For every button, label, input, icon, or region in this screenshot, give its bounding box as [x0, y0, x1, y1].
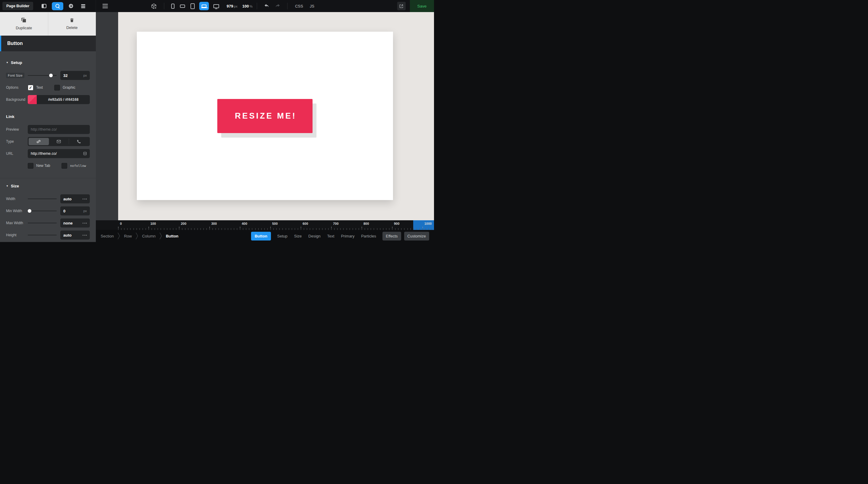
phone-portrait-icon	[171, 4, 175, 9]
width-options-button[interactable]	[83, 199, 87, 199]
section-size-toggle[interactable]: ▼ Size	[6, 184, 90, 188]
new-tab-checkbox[interactable]	[28, 163, 33, 169]
settings-button[interactable]	[66, 2, 76, 10]
height-label: Height	[6, 233, 28, 237]
tab-customize[interactable]: Customize	[404, 232, 429, 240]
link-section-title: Link	[6, 114, 90, 119]
redo-button[interactable]	[275, 3, 281, 9]
min-width-slider[interactable]	[28, 206, 57, 216]
breakpoint-phone-landscape-button[interactable]	[180, 4, 185, 8]
font-size-input[interactable]	[63, 73, 83, 78]
tab-primary[interactable]: Primary	[341, 234, 354, 238]
link-preview-input[interactable]	[28, 125, 90, 134]
breadcrumb-button[interactable]: Button	[166, 234, 179, 238]
min-width-slider-knob[interactable]	[28, 209, 31, 213]
database-icon	[83, 151, 87, 156]
preview-button-element[interactable]: RESIZE ME!	[217, 99, 313, 133]
link-preview-row: Preview	[6, 125, 90, 134]
tab-particles[interactable]: Particles	[361, 234, 376, 238]
width-slider[interactable]	[28, 194, 57, 203]
breakpoint-tablet-button[interactable]	[190, 3, 195, 9]
add-element-button[interactable]	[149, 2, 159, 10]
font-size-slider[interactable]	[28, 71, 57, 80]
tab-effects[interactable]: Effects	[382, 232, 401, 240]
toggle-sidebar-button[interactable]	[39, 2, 49, 10]
max-width-slider[interactable]	[28, 219, 57, 228]
new-tab-group: New Tab	[28, 163, 50, 169]
background-color-value[interactable]: #e92a55 / #f44168	[37, 95, 90, 104]
link-type-url-button[interactable]	[29, 138, 49, 145]
option-graphic-checkbox[interactable]	[54, 85, 60, 90]
open-preview-button[interactable]	[397, 2, 406, 10]
link-type-row: Type	[6, 137, 90, 146]
js-button[interactable]: JS	[310, 4, 314, 8]
templates-button[interactable]	[78, 2, 88, 10]
breadcrumb-row[interactable]: Row	[124, 234, 132, 238]
font-size-row: Font Size px	[6, 71, 90, 80]
height-slider[interactable]	[28, 231, 57, 239]
breakpoint-laptop-button-active[interactable]	[199, 2, 209, 10]
delete-button[interactable]: Delete	[48, 12, 96, 36]
add-element-cube-icon	[151, 3, 157, 9]
max-width-input[interactable]	[63, 221, 83, 225]
breadcrumb-section[interactable]: Section	[101, 234, 114, 238]
link-url-input[interactable]	[28, 149, 90, 158]
min-width-label: Min Width	[6, 209, 28, 213]
tab-setup[interactable]: Setup	[277, 234, 287, 238]
background-label: Background	[6, 97, 28, 102]
ruler-label: 1000	[424, 222, 432, 225]
save-button[interactable]: Save	[410, 0, 434, 12]
max-width-options-button[interactable]	[83, 223, 87, 224]
option-graphic-label: Graphic	[63, 85, 75, 90]
topbar: Page Builder	[0, 0, 434, 12]
link-url-label: URL	[6, 151, 28, 156]
page-preview[interactable]: RESIZE ME!	[118, 12, 434, 220]
search-button[interactable]	[52, 2, 63, 10]
ruler-label: 400	[242, 222, 247, 225]
height-input[interactable]	[63, 233, 83, 237]
option-text-group: ✓ Text	[28, 85, 43, 90]
height-options-button[interactable]	[83, 235, 87, 236]
section-setup-toggle[interactable]: ▼ Setup	[6, 60, 90, 65]
tab-size[interactable]: Size	[294, 234, 302, 238]
delete-label: Delete	[66, 25, 78, 30]
min-width-input[interactable]	[63, 209, 83, 213]
duplicate-button[interactable]: Duplicate	[0, 12, 48, 36]
desktop-monitor-icon	[213, 4, 219, 8]
section-preview-card[interactable]: RESIZE ME!	[137, 32, 393, 200]
phone-icon	[76, 139, 81, 144]
font-size-slider-knob[interactable]	[49, 74, 53, 77]
check-icon: ✓	[29, 85, 32, 90]
link-url-input-wrap	[28, 149, 90, 158]
breakpoint-phone-portrait-button[interactable]	[171, 4, 175, 9]
undo-button[interactable]	[264, 3, 270, 9]
canvas-area: RESIZE ME!	[96, 12, 434, 220]
nofollow-label: nofollow	[70, 164, 86, 168]
viewport-width-unit: px	[234, 4, 238, 8]
divider	[287, 3, 287, 9]
element-actions: Duplicate Delete	[0, 12, 96, 36]
css-button[interactable]: CSS	[295, 4, 303, 8]
width-input[interactable]	[63, 197, 83, 201]
section-setup-title: Setup	[11, 60, 22, 65]
nofollow-checkbox[interactable]	[61, 163, 67, 169]
breakpoint-desktop-button[interactable]	[213, 4, 219, 8]
breadcrumb-column[interactable]: Column	[142, 234, 156, 238]
page-builder-app: Page Builder	[0, 0, 434, 242]
link-type-label: Type	[6, 139, 28, 144]
background-color-swatch[interactable]	[28, 95, 37, 104]
dynamic-content-button[interactable]	[83, 151, 87, 157]
zoom-value: 100	[242, 4, 249, 8]
breadcrumb-separator-icon	[117, 232, 120, 240]
page-builder-button[interactable]: Page Builder	[2, 2, 33, 10]
width-label: Width	[6, 197, 28, 201]
link-type-phone-button[interactable]	[69, 138, 89, 145]
menu-button[interactable]	[102, 4, 108, 8]
link-type-email-button[interactable]	[49, 138, 69, 145]
option-text-checkbox[interactable]: ✓	[28, 85, 33, 90]
tab-text[interactable]: Text	[327, 234, 335, 238]
link-flags-row: New Tab nofollow	[6, 161, 90, 170]
new-tab-label: New Tab	[36, 164, 50, 168]
tab-design[interactable]: Design	[308, 234, 320, 238]
tab-button-active[interactable]: Button	[251, 232, 271, 240]
